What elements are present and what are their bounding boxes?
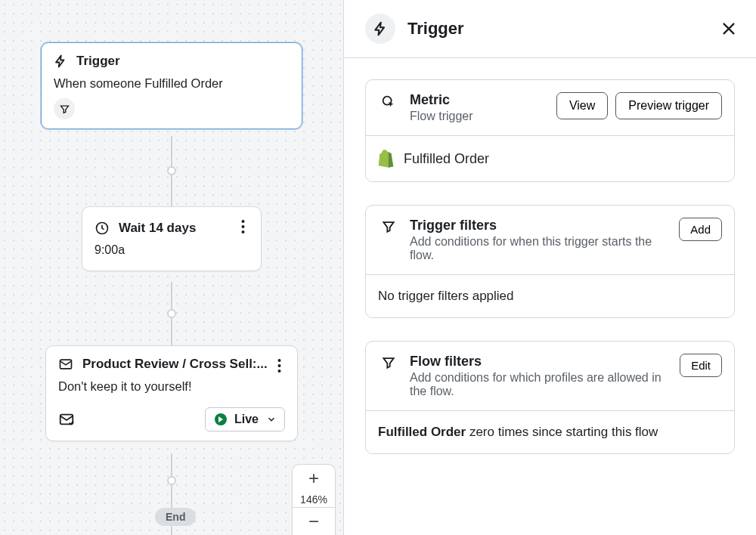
panel-title: Trigger [407, 19, 464, 39]
connector-node[interactable] [167, 309, 176, 318]
chevron-down-icon [266, 414, 277, 425]
section-title: Flow filters [410, 354, 669, 370]
details-panel: Trigger Metric Flow trigger View [344, 0, 756, 535]
node-title: Trigger [76, 54, 120, 69]
connector-node[interactable] [167, 476, 176, 485]
view-button[interactable]: View [556, 92, 608, 119]
mail-sent-icon [58, 411, 75, 428]
add-trigger-filter-button[interactable]: Add [679, 218, 722, 241]
flow-filters-section: Flow filters Add conditions for which pr… [365, 341, 735, 454]
flow-filter-metric: Fulfilled Order [378, 425, 466, 439]
filter-chip[interactable] [54, 98, 75, 119]
node-description: When someone Fulfilled Order [54, 76, 290, 91]
filter-icon [378, 218, 399, 234]
section-title: Metric [410, 92, 546, 108]
flow-filter-rest: zero times since starting this flow [466, 425, 658, 439]
filter-icon [378, 354, 399, 370]
lightning-icon [54, 54, 67, 68]
panel-header: Trigger [344, 0, 756, 58]
trigger-filters-section: Trigger filters Add conditions for when … [365, 205, 735, 318]
svg-point-1 [241, 220, 244, 223]
close-button[interactable] [717, 17, 741, 41]
metric-section: Metric Flow trigger View Preview trigger… [365, 79, 735, 182]
clock-icon [94, 221, 110, 236]
preview-trigger-button[interactable]: Preview trigger [615, 92, 722, 119]
shopify-icon [378, 150, 395, 168]
connector-node[interactable] [167, 166, 176, 175]
close-icon [720, 20, 737, 37]
status-dropdown[interactable]: Live [205, 407, 285, 431]
node-menu-button[interactable] [270, 357, 288, 375]
connector [171, 136, 172, 206]
node-title: Product Review / Cross Sell:... [82, 357, 268, 372]
section-title: Trigger filters [410, 218, 668, 233]
edit-flow-filter-button[interactable]: Edit [680, 354, 722, 377]
flow-filters-summary: Fulfilled Order zero times since startin… [366, 410, 734, 453]
mail-icon [58, 357, 73, 372]
svg-point-7 [277, 364, 280, 367]
metric-name: Fulfilled Order [404, 151, 489, 167]
zoom-controls: + 146% − [292, 464, 336, 535]
end-node: End [155, 508, 196, 526]
section-subtitle: Flow trigger [410, 110, 546, 123]
zoom-out-button[interactable]: − [293, 508, 335, 535]
zoom-in-button[interactable]: + [293, 465, 335, 492]
node-title: Wait 14 days [119, 221, 196, 236]
node-description: Don't keep it to yourself! [58, 379, 285, 394]
svg-point-8 [277, 370, 280, 373]
svg-point-3 [241, 230, 244, 233]
panel-header-icon [365, 14, 395, 44]
wait-time: 9:00a [94, 243, 249, 257]
node-email[interactable]: Product Review / Cross Sell:... Don't ke… [45, 345, 298, 441]
node-menu-button[interactable] [234, 218, 252, 236]
section-subtitle: Add conditions for when this trigger sta… [410, 235, 668, 262]
zoom-level: 146% [300, 492, 327, 507]
connector [171, 282, 172, 345]
svg-point-6 [277, 359, 280, 362]
svg-point-2 [241, 225, 244, 228]
status-indicator-icon [215, 413, 227, 425]
flow-canvas[interactable]: Trigger When someone Fulfilled Order Wai… [0, 0, 344, 535]
cursor-click-icon [378, 92, 399, 110]
lightning-icon [373, 21, 388, 36]
trigger-filters-summary: No trigger filters applied [366, 274, 734, 317]
node-trigger[interactable]: Trigger When someone Fulfilled Order [41, 42, 302, 129]
status-label: Live [234, 413, 259, 426]
section-subtitle: Add conditions for which profiles are al… [410, 371, 669, 398]
node-wait[interactable]: Wait 14 days 9:00a [82, 206, 262, 271]
